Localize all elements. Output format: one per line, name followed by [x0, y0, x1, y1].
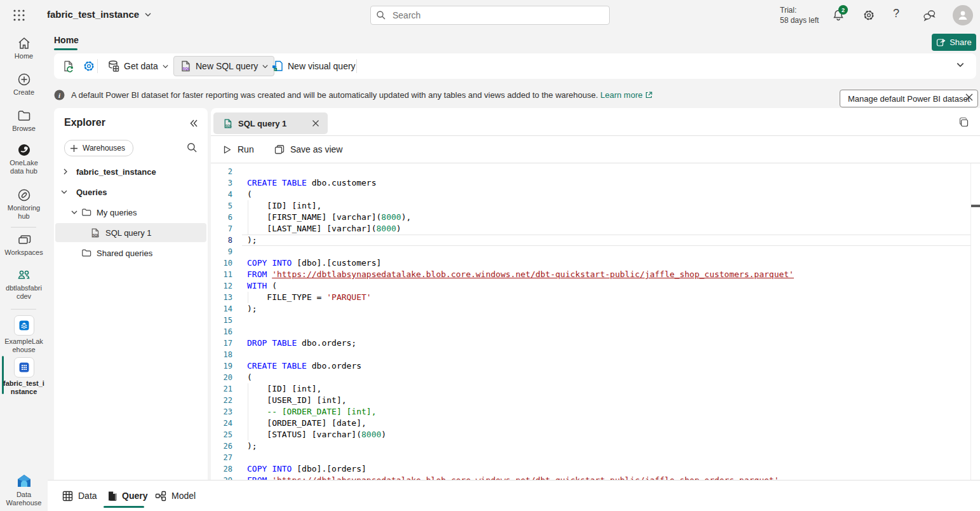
copy-button[interactable] [958, 117, 969, 128]
code-line[interactable]: 14); [211, 303, 980, 315]
tree-item-queries[interactable]: Queries [55, 182, 206, 201]
question-icon: ? [893, 7, 899, 20]
rail-item-workspaces[interactable]: Workspaces [0, 233, 48, 257]
code-line[interactable]: 4( [211, 189, 980, 200]
rail-item-create[interactable]: Create [0, 72, 48, 97]
settings-button[interactable] [863, 9, 875, 22]
code-line[interactable]: 20( [211, 372, 980, 383]
close-tab-button[interactable] [311, 119, 320, 128]
code-line[interactable]: 21 [ID] [int], [211, 383, 980, 395]
bottom-view-switcher: Data Query Model [48, 480, 980, 511]
rail-item-browse[interactable]: Browse [0, 109, 48, 133]
get-data-button[interactable]: Get data [102, 56, 174, 76]
query-toolbar: Run Save as view [211, 136, 980, 163]
new-sql-query-button[interactable]: SQL New SQL query [173, 56, 274, 76]
code-line[interactable]: 22 [USER_ID] [int], [211, 395, 980, 406]
line-number: 18 [213, 349, 232, 360]
external-link-icon[interactable] [645, 91, 653, 99]
share-icon [936, 37, 946, 47]
line-number: 14 [213, 303, 232, 315]
app-launcher-icon[interactable] [13, 9, 25, 22]
code-line[interactable]: 7 [LAST_NAME] [varchar](8000) [211, 223, 980, 235]
line-number: 17 [213, 337, 232, 349]
code-line[interactable]: 17DROP TABLE dbo.orders; [211, 337, 980, 349]
search-icon [376, 10, 386, 20]
code-line[interactable]: 8); [211, 235, 980, 246]
search-input[interactable] [391, 10, 604, 21]
share-button[interactable]: Share [932, 34, 976, 51]
svg-text:SQL: SQL [225, 124, 232, 128]
code-line[interactable]: 27 [211, 452, 980, 463]
tab-sql-query-1[interactable]: SQL SQL query 1 [213, 112, 328, 134]
line-number: 8 [213, 235, 232, 246]
rail-item-examplelakehouse[interactable]: ExampleLak ehouse [0, 315, 48, 354]
code-line[interactable]: 16 [211, 326, 980, 337]
search-box[interactable] [370, 6, 610, 25]
tree-item-warehouse[interactable]: fabric_test_instance [55, 162, 206, 181]
table-grid-icon [62, 491, 73, 501]
code-line[interactable]: 5 [ID] [int], [211, 200, 980, 212]
sql-code-editor[interactable]: 23CREATE TABLE dbo.customers4(5 [ID] [in… [211, 163, 980, 480]
banner-close-button[interactable] [964, 92, 976, 104]
rail-item-home[interactable]: Home [0, 36, 48, 60]
code-line[interactable]: 2 [211, 166, 980, 177]
code-line[interactable]: 13 FILE_TYPE = 'PARQUET' [211, 292, 980, 303]
code-line[interactable]: 10COPY INTO [dbo].[customers] [211, 257, 980, 269]
chevron-down-icon [70, 208, 78, 216]
gear-icon [863, 9, 875, 22]
code-line[interactable]: 29FROM 'https://dbtlabsynapsedatalake.bl… [211, 475, 980, 480]
save-as-view-button[interactable]: Save as view [269, 140, 347, 159]
code-line[interactable]: 19CREATE TABLE dbo.orders [211, 360, 980, 372]
code-line[interactable]: 25 [STATUS] [varchar](8000) [211, 429, 980, 440]
help-button[interactable]: ? [893, 7, 906, 20]
tree-item-my-queries[interactable]: My queries [55, 203, 206, 222]
new-visual-query-button[interactable]: New visual query [266, 56, 361, 76]
learn-more-link[interactable]: Learn more [600, 90, 642, 100]
new-warehouse-button[interactable]: Warehouses [64, 140, 133, 156]
tab-home-underline [54, 48, 77, 50]
manage-default-dataset-button[interactable]: Manage default Power BI dataset [840, 90, 978, 107]
sql-file-icon: SQL [222, 118, 233, 129]
line-number: 13 [213, 292, 232, 303]
tree-item-shared-queries[interactable]: Shared queries [55, 243, 206, 262]
rail-item-fabric-test-instance[interactable]: fabric_test_i nstance [0, 357, 48, 396]
code-line[interactable]: 15 [211, 315, 980, 326]
collapse-explorer-button[interactable] [189, 118, 199, 128]
rail-item-data-warehouse[interactable]: Data Warehouse [0, 474, 48, 507]
workspace-people-icon [17, 268, 32, 282]
account-avatar[interactable] [953, 5, 973, 25]
info-banner: i A default Power BI dataset for faster … [54, 81, 976, 108]
notifications-button[interactable]: 2 [832, 9, 845, 22]
code-line[interactable]: 9 [211, 246, 980, 257]
code-line[interactable]: 18 [211, 349, 980, 360]
line-number: 11 [213, 269, 232, 280]
run-button[interactable]: Run [217, 140, 259, 159]
view-tab-data[interactable]: Data [62, 480, 97, 511]
code-line[interactable]: 3CREATE TABLE dbo.customers [211, 177, 980, 189]
code-line[interactable]: 23 -- [ORDER_DATE] [int], [211, 406, 980, 418]
workspace-title-menu[interactable]: fabric_test_instance [47, 9, 152, 20]
code-line[interactable]: 26); [211, 440, 980, 452]
code-line[interactable]: 6 [FIRST_NAME] [varchar](8000), [211, 212, 980, 223]
line-number: 9 [213, 246, 232, 257]
code-line[interactable]: 24 [ORDER_DATE] [date], [211, 418, 980, 429]
tree-item-sql-query-1[interactable]: SQL SQL query 1 [55, 223, 206, 242]
feedback-button[interactable] [922, 9, 935, 22]
rail-item-onelake-data-hub[interactable]: OneLake data hub [0, 143, 48, 175]
code-line[interactable]: 28COPY INTO [dbo].[orders] [211, 463, 980, 475]
tab-home[interactable]: Home [54, 35, 79, 45]
sql-file-icon: SQL [90, 228, 100, 238]
rail-item-monitoring-hub[interactable]: Monitoring hub [0, 188, 48, 221]
view-tab-model[interactable]: Model [155, 480, 196, 511]
line-number: 24 [213, 418, 232, 429]
trial-status: Trial: 58 days left [780, 5, 819, 25]
line-number: 19 [213, 360, 232, 372]
refresh-source-button[interactable] [57, 56, 80, 76]
editor-overview-ruler[interactable] [970, 163, 971, 480]
monitoring-hub-icon [17, 188, 31, 202]
code-line[interactable]: 11FROM 'https://dbtlabsynapsedatalake.bl… [211, 269, 980, 280]
code-line[interactable]: 12WITH ( [211, 280, 980, 292]
collapse-ribbon-button[interactable] [956, 60, 967, 72]
rail-item-dbtlabsfabricdev[interactable]: dbtlabsfabri cdev [0, 268, 48, 301]
explorer-search-button[interactable] [187, 142, 198, 153]
